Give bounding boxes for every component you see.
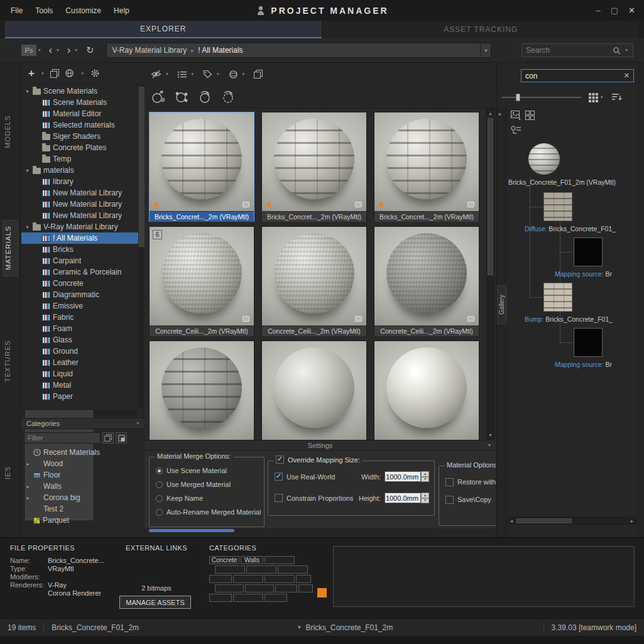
categories-collapse-icon[interactable]: ▾ xyxy=(136,421,139,426)
side-tab-ies[interactable]: IES xyxy=(3,459,18,487)
tree-item[interactable]: Selected materials xyxy=(21,119,138,131)
breadcrumb-item[interactable]: ! All Materials xyxy=(198,46,243,55)
category-cell-empty[interactable] xyxy=(298,584,313,592)
category-item[interactable]: ▸Walls xyxy=(21,481,144,492)
tree-item[interactable]: New Material Library xyxy=(21,187,138,199)
preview-size-button[interactable]: Ps xyxy=(21,44,37,57)
content-filter-input[interactable] xyxy=(525,72,621,80)
tree-item[interactable]: ▾V-Ray Material Library xyxy=(21,221,138,232)
scroll-left-icon[interactable]: ◄ xyxy=(508,519,515,523)
radio-button[interactable] xyxy=(156,509,163,516)
tree-item[interactable]: Liquid xyxy=(21,368,138,379)
material-thumbnail[interactable]: Bricks_Concret..._2m (VRayMtl) xyxy=(374,112,479,222)
refresh-button[interactable]: ↻ xyxy=(82,45,98,56)
material-option[interactable]: Restore with xyxy=(439,476,496,488)
view-list-caret-icon[interactable]: ▾ xyxy=(192,72,194,77)
clear-filter-icon[interactable]: ✕ xyxy=(624,72,630,80)
category-item[interactable]: Recent Materials xyxy=(21,447,144,458)
sort-icon[interactable] xyxy=(612,93,623,102)
category-item[interactable]: Test 2 xyxy=(21,503,144,515)
render-material-icon[interactable] xyxy=(197,90,212,104)
material-thumbnail[interactable]: Concrete_Ceili..._2m (VRayMtl) xyxy=(374,226,479,336)
filter-new-icon[interactable] xyxy=(116,432,127,444)
tag-caret-icon[interactable]: ▾ xyxy=(217,72,219,77)
category-item[interactable]: ▸Wood xyxy=(21,458,144,469)
render-preview-icon[interactable] xyxy=(511,111,521,120)
merge-option[interactable]: Use Scene Material xyxy=(150,465,264,476)
get-material-scene-icon[interactable] xyxy=(151,90,166,104)
search-icon[interactable] xyxy=(613,46,621,55)
category-item[interactable]: Parquet xyxy=(21,515,144,526)
update-material-icon[interactable] xyxy=(221,90,236,104)
width-up-icon[interactable]: ▲ xyxy=(421,471,429,477)
category-cell-empty[interactable] xyxy=(233,594,263,602)
merge-option[interactable]: Use Merged Material xyxy=(150,479,264,490)
material-tree-icon[interactable] xyxy=(511,126,521,135)
tree-item[interactable]: Scene Materials xyxy=(21,97,138,108)
tab-asset-tracking[interactable]: ASSET TRACKING xyxy=(323,21,640,38)
category-cell-empty[interactable] xyxy=(275,584,297,592)
tree-item[interactable]: Fabric xyxy=(21,312,138,323)
description-box[interactable] xyxy=(333,546,635,607)
category-caret-icon[interactable]: ▸ xyxy=(25,495,31,501)
merge-option[interactable]: Keep Name xyxy=(150,493,264,504)
preview-size-caret-icon[interactable]: ▾ xyxy=(38,48,41,53)
tree-item[interactable]: Carpaint xyxy=(21,255,138,266)
forward-history-caret-icon[interactable]: ▾ xyxy=(75,48,77,53)
grid-view-icon[interactable] xyxy=(589,93,598,102)
sphere-display-caret-icon[interactable]: ▾ xyxy=(243,72,245,77)
category-filter-input[interactable] xyxy=(24,432,101,444)
category-tag[interactable]: Walls xyxy=(241,556,263,564)
thumbnail-size-slider[interactable] xyxy=(502,93,581,102)
texture-thumbnail[interactable] xyxy=(574,237,603,266)
material-thumbnail[interactable]: Bricks_Concret..._2m (VRayMtl) xyxy=(149,112,254,222)
texture-thumbnail[interactable] xyxy=(574,328,603,357)
gallery-tab[interactable]: Gallery xyxy=(497,285,506,324)
scroll-right-icon[interactable]: ► xyxy=(628,519,636,523)
radio-button[interactable] xyxy=(156,467,163,474)
breadcrumb-item[interactable]: V-Ray Material Library xyxy=(112,46,187,55)
material-thumbnail[interactable]: Bricks_Concret..._2m (VRayMtl) xyxy=(261,112,367,222)
grid-vertical-scrollbar[interactable]: ▲ ▼ xyxy=(486,109,494,439)
override-mapping-checkbox[interactable] xyxy=(276,456,284,464)
gear-icon[interactable] xyxy=(90,68,100,78)
sphere-display-icon[interactable] xyxy=(229,70,238,79)
menu-item-customize[interactable]: Customize xyxy=(60,4,107,18)
material-option[interactable]: Save\Copy xyxy=(439,494,496,505)
width-down-icon[interactable]: ▼ xyxy=(421,477,429,483)
visibility-caret-icon[interactable]: ▾ xyxy=(166,72,168,77)
height-spinner[interactable]: 1000.0mm ▲▼ xyxy=(385,493,429,503)
tree-item[interactable]: Emissive xyxy=(21,300,138,312)
globe-caret-icon[interactable]: ▾ xyxy=(81,71,84,76)
add-library-icon[interactable]: + xyxy=(28,69,35,78)
back-button[interactable]: ‹ xyxy=(46,44,56,57)
tree-item[interactable]: Paper xyxy=(21,391,138,402)
tree-item[interactable]: Temp xyxy=(21,153,138,165)
checkbox[interactable] xyxy=(445,496,454,504)
breadcrumb-dropdown-button[interactable]: ▾ xyxy=(481,43,491,58)
tree-item[interactable]: New Material Library xyxy=(21,210,138,221)
root-material-sphere[interactable] xyxy=(528,143,560,175)
material-thumbnail[interactable] xyxy=(374,341,479,440)
radio-button[interactable] xyxy=(156,495,163,502)
expand-panel-icon[interactable]: ▸ xyxy=(499,111,501,117)
material-thumbnail[interactable]: 6Concrete_Ceili..._2m (VRayMtl) xyxy=(149,226,254,336)
side-tab-materials[interactable]: MATERIALS xyxy=(3,220,18,276)
tree-item[interactable]: Concrete Plates xyxy=(21,142,138,153)
settings-horizontal-scrollbar[interactable] xyxy=(145,528,496,533)
tree-item[interactable]: Siger Shaders xyxy=(21,131,138,142)
menu-item-file[interactable]: File xyxy=(5,4,28,18)
use-real-world-checkbox[interactable] xyxy=(275,472,283,481)
copy-icon[interactable] xyxy=(50,69,59,78)
close-button[interactable]: ✕ xyxy=(628,6,635,15)
height-down-icon[interactable]: ▼ xyxy=(421,498,429,504)
width-value[interactable]: 1000.0mm xyxy=(385,471,421,482)
category-color-swatch[interactable] xyxy=(317,588,327,598)
category-cell-empty[interactable] xyxy=(209,594,232,602)
category-item[interactable]: Floor xyxy=(21,469,144,481)
manage-assets-button[interactable]: MANAGE ASSETS xyxy=(119,596,191,609)
assign-material-icon[interactable] xyxy=(174,90,189,104)
tree-caret-icon[interactable]: ▾ xyxy=(25,168,30,173)
category-cell-empty[interactable] xyxy=(233,575,263,583)
category-caret-icon[interactable]: ▸ xyxy=(25,461,31,467)
